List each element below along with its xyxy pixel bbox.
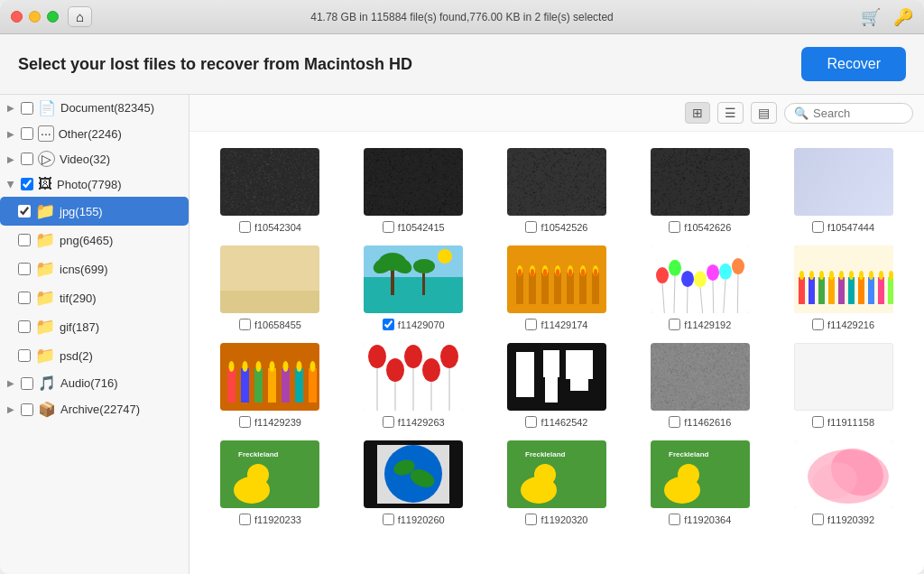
file-item-f6[interactable]: f10658455: [199, 238, 342, 336]
checkbox-psd[interactable]: [18, 349, 31, 362]
checkbox-other[interactable]: [21, 127, 33, 140]
file-checkbox-f16[interactable]: [239, 514, 251, 525]
file-name-label-f8: f11429174: [541, 319, 587, 330]
file-name-row-f12: f11429263: [383, 416, 445, 428]
file-checkbox-f15[interactable]: [812, 416, 824, 428]
minimize-button[interactable]: [29, 11, 41, 23]
sidebar-item-audio[interactable]: ▶ 🎵 Audio(716): [0, 370, 189, 396]
file-item-f20[interactable]: f11920392: [772, 433, 915, 531]
file-item-f18[interactable]: f11920320: [485, 433, 629, 531]
checkbox-document[interactable]: [21, 102, 33, 115]
sidebar-item-gif[interactable]: 📁 gif(187): [0, 312, 189, 341]
file-thumbnail-f4: [651, 148, 750, 216]
maximize-button[interactable]: [47, 11, 59, 23]
file-item-f8[interactable]: f11429174: [485, 238, 629, 336]
file-item-f11[interactable]: f11429239: [199, 336, 342, 433]
sidebar-item-photo[interactable]: ▶ 🖼 Photo(7798): [0, 171, 189, 197]
checkbox-jpg[interactable]: [18, 205, 31, 218]
sidebar-item-png[interactable]: 📁 png(6465): [0, 226, 189, 255]
settings-icon[interactable]: 🔑: [893, 7, 913, 27]
file-checkbox-f18[interactable]: [525, 514, 537, 525]
checkbox-audio[interactable]: [21, 377, 33, 390]
file-thumbnail-f16: [220, 440, 319, 508]
file-checkbox-f8[interactable]: [525, 319, 537, 330]
checkbox-gif[interactable]: [18, 320, 31, 333]
file-name-label-f4: f10542626: [684, 222, 731, 233]
checkbox-archive[interactable]: [21, 403, 33, 416]
file-checkbox-f9[interactable]: [669, 319, 680, 330]
recover-button[interactable]: Recover: [801, 47, 906, 81]
file-checkbox-f7[interactable]: [383, 319, 394, 330]
file-checkbox-f5[interactable]: [812, 221, 824, 233]
file-item-f1[interactable]: f10542304: [199, 141, 342, 238]
file-item-f2[interactable]: f10542415: [342, 141, 485, 238]
search-icon: 🔍: [794, 106, 808, 120]
sidebar-item-tif[interactable]: 📁 tif(290): [0, 283, 189, 312]
sidebar-label-icns: icns(699): [60, 263, 181, 276]
file-checkbox-f13[interactable]: [525, 416, 537, 428]
file-checkbox-f17[interactable]: [383, 514, 394, 525]
file-checkbox-f6[interactable]: [239, 319, 251, 330]
checkbox-video[interactable]: [21, 153, 33, 165]
file-checkbox-f11[interactable]: [239, 416, 251, 428]
file-item-f7[interactable]: f11429070: [342, 238, 485, 336]
file-checkbox-f2[interactable]: [383, 221, 394, 233]
checkbox-photo[interactable]: [21, 178, 33, 190]
file-item-f3[interactable]: f10542526: [485, 141, 629, 238]
sidebar-item-icns[interactable]: 📁 icns(699): [0, 255, 189, 283]
file-thumbnail-f7: [364, 245, 463, 313]
file-name-row-f13: f11462542: [525, 416, 587, 428]
file-checkbox-f12[interactable]: [383, 416, 394, 428]
sidebar-item-video[interactable]: ▶ ▷ Video(32): [0, 146, 189, 171]
checkbox-icns[interactable]: [18, 263, 31, 275]
file-item-f17[interactable]: f11920260: [342, 433, 485, 531]
file-checkbox-f10[interactable]: [812, 319, 824, 330]
file-name-row-f19: f11920364: [669, 514, 731, 525]
file-checkbox-f3[interactable]: [525, 221, 537, 233]
window-title: 41.78 GB in 115884 file(s) found,776.00 …: [310, 11, 614, 23]
file-thumbnail-f10: [794, 245, 893, 313]
file-item-f12[interactable]: f11429263: [342, 336, 485, 433]
sidebar-item-psd[interactable]: 📁 psd(2): [0, 341, 189, 370]
file-thumbnail-f2: [364, 148, 463, 216]
file-item-f14[interactable]: f11462616: [628, 336, 772, 433]
file-name-label-f12: f11429263: [398, 417, 445, 428]
view-grid-button[interactable]: ⊞: [685, 102, 710, 124]
file-item-f19[interactable]: f11920364: [628, 433, 772, 531]
file-item-f13[interactable]: f11462542: [485, 336, 629, 433]
view-detail-button[interactable]: ▤: [751, 102, 777, 124]
archive-icon: 📦: [38, 401, 56, 418]
file-checkbox-f19[interactable]: [669, 514, 680, 525]
sidebar-label-document: Document(82345): [60, 101, 181, 115]
checkbox-tif[interactable]: [18, 292, 31, 304]
file-thumbnail-f14: [651, 343, 750, 411]
file-name-label-f7: f11429070: [398, 319, 445, 330]
close-button[interactable]: [11, 11, 23, 23]
folder-icon-jpg: 📁: [35, 201, 55, 221]
file-name-row-f7: f11429070: [383, 319, 445, 330]
checkbox-png[interactable]: [18, 234, 31, 246]
view-list-button[interactable]: ☰: [717, 102, 744, 124]
file-name-row-f5: f10547444: [812, 221, 874, 233]
file-checkbox-f4[interactable]: [669, 221, 680, 233]
file-item-f10[interactable]: f11429216: [772, 238, 915, 336]
cart-icon[interactable]: 🛒: [861, 7, 881, 27]
sidebar-item-other[interactable]: ▶ ··· Other(2246): [0, 121, 189, 146]
file-thumbnail-f19: [651, 440, 750, 508]
file-item-f16[interactable]: f11920233: [199, 433, 342, 531]
sidebar-item-jpg[interactable]: 📁 jpg(155): [0, 197, 189, 226]
file-checkbox-f20[interactable]: [812, 514, 824, 525]
file-item-f4[interactable]: f10542626: [628, 141, 772, 238]
file-checkbox-f1[interactable]: [239, 221, 251, 233]
sidebar-label-jpg: jpg(155): [60, 205, 181, 218]
photo-icon: 🖼: [38, 176, 52, 192]
sidebar-item-document[interactable]: ▶ 📄 Document(82345): [0, 95, 189, 121]
home-button[interactable]: ⌂: [68, 6, 92, 27]
file-item-f15[interactable]: f11911158: [772, 336, 915, 433]
search-input[interactable]: [813, 106, 903, 120]
file-item-f9[interactable]: f11429192: [628, 238, 772, 336]
sidebar-item-archive[interactable]: ▶ 📦 Archive(22747): [0, 396, 189, 422]
file-checkbox-f14[interactable]: [669, 416, 680, 428]
file-item-f5[interactable]: f10547444: [772, 141, 915, 238]
sidebar-label-psd: psd(2): [60, 349, 181, 363]
